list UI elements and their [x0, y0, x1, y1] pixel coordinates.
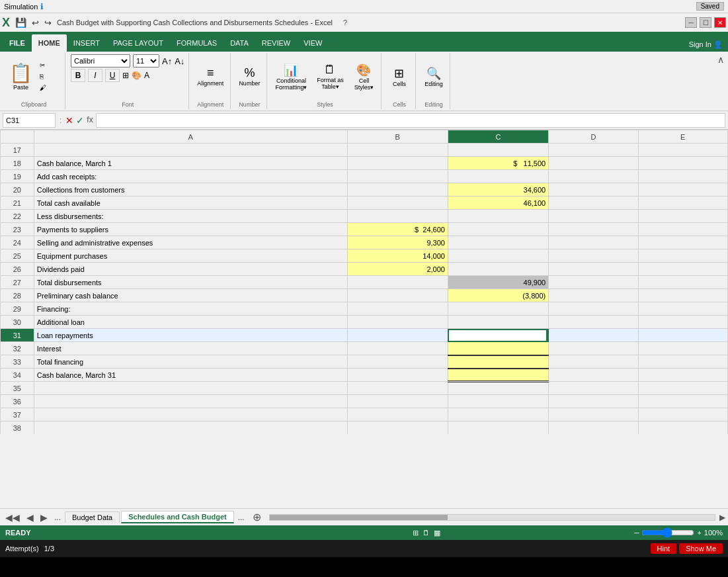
cell-c22[interactable] — [448, 210, 548, 223]
show-me-button[interactable]: Show Me — [679, 543, 723, 554]
sign-in-btn[interactable]: Sign In 👤 — [684, 38, 728, 52]
cell-reference-box[interactable]: C31 — [3, 113, 56, 128]
editing-btn[interactable]: 🔍 Editing — [422, 65, 446, 89]
cell-e23[interactable] — [638, 223, 727, 236]
sheet-nav-first[interactable]: ◀◀ — [3, 512, 22, 523]
cell-e27[interactable] — [638, 276, 727, 289]
cell-b25[interactable]: 14,000 — [347, 249, 448, 263]
fill-color-icon[interactable]: 🎨 — [132, 71, 142, 80]
cell-b31[interactable] — [347, 329, 448, 342]
cell-a23[interactable]: Payments to suppliers — [34, 223, 347, 236]
cell-e32[interactable] — [638, 342, 727, 355]
cell-e24[interactable] — [638, 236, 727, 249]
cell-c23[interactable] — [448, 223, 548, 236]
spreadsheet[interactable]: A B C D E 17 — [0, 130, 728, 434]
tab-data[interactable]: DATA — [223, 34, 255, 52]
confirm-formula-icon[interactable]: ✓ — [76, 115, 84, 126]
cell-c33[interactable] — [448, 355, 548, 369]
border-icon[interactable]: ⊞ — [122, 71, 129, 80]
cell-b27[interactable] — [347, 276, 448, 289]
cell-a25[interactable]: Equipment purchases — [34, 249, 347, 263]
cell-b20[interactable] — [347, 183, 448, 197]
tab-insert[interactable]: INSERT — [67, 34, 106, 52]
cell-c18[interactable]: $ 11,500 — [448, 157, 548, 170]
maximize-btn[interactable]: ☐ — [700, 17, 711, 28]
cell-d19[interactable] — [549, 170, 638, 183]
cell-e19[interactable] — [638, 170, 727, 183]
tab-page-layout[interactable]: PAGE LAYOUT — [106, 34, 170, 52]
format-as-table-btn[interactable]: 🗒 Format asTable▾ — [313, 62, 346, 91]
sheet-nav-prev[interactable]: ◀ — [24, 512, 36, 523]
cell-c27[interactable]: 49,900 — [448, 276, 548, 289]
cell-c24[interactable] — [448, 236, 548, 249]
cell-a26[interactable]: Dividends paid — [34, 263, 347, 276]
col-header-b[interactable]: B — [347, 130, 448, 144]
cell-a29[interactable]: Financing: — [34, 302, 347, 316]
cell-d17[interactable] — [549, 144, 638, 157]
tab-home[interactable]: HOME — [32, 34, 67, 52]
cell-a31[interactable]: Loan repayments — [34, 329, 347, 342]
cell-c28[interactable]: (3,800) — [448, 289, 548, 302]
zoom-in-icon[interactable]: + — [697, 529, 701, 537]
cell-b26[interactable]: 2,000 — [347, 263, 448, 276]
cell-a24[interactable]: Selling and administrative expenses — [34, 236, 347, 249]
cell-c34[interactable] — [448, 369, 548, 382]
scroll-right-icon[interactable]: ▶ — [719, 513, 725, 522]
cell-d34[interactable] — [549, 369, 638, 382]
increase-font-icon[interactable]: A↑ — [162, 56, 172, 66]
cell-b18[interactable] — [347, 157, 448, 170]
cell-a22[interactable]: Less disbursements: — [34, 210, 347, 223]
tab-file[interactable]: FILE — [3, 34, 32, 52]
minimize-btn[interactable]: ─ — [685, 17, 697, 28]
cell-d20[interactable] — [549, 183, 638, 197]
cell-e28[interactable] — [638, 289, 727, 302]
close-btn[interactable]: ✕ — [714, 17, 726, 28]
cell-a34[interactable]: Cash balance, March 31 — [34, 369, 347, 382]
cell-b32[interactable] — [347, 342, 448, 355]
cell-a32[interactable]: Interest — [34, 342, 347, 355]
cell-d32[interactable] — [549, 342, 638, 355]
col-header-d[interactable]: D — [549, 130, 638, 144]
cell-b29[interactable] — [347, 302, 448, 316]
cell-e18[interactable] — [638, 157, 727, 170]
cell-a30[interactable]: Additional loan — [34, 316, 347, 329]
cell-b28[interactable] — [347, 289, 448, 302]
cell-d24[interactable] — [549, 236, 638, 249]
collapse-ribbon-btn[interactable]: ∧ — [716, 53, 725, 66]
bold-btn[interactable]: B — [71, 69, 85, 82]
cell-d25[interactable] — [549, 249, 638, 263]
cell-e25[interactable] — [638, 249, 727, 263]
zoom-slider[interactable] — [641, 527, 694, 538]
cell-c20[interactable]: 34,600 — [448, 183, 548, 197]
alignment-btn[interactable]: ≡ Alignment — [194, 65, 226, 88]
cell-e22[interactable] — [638, 210, 727, 223]
tab-formulas[interactable]: FORMULAS — [170, 34, 223, 52]
sheet-tab-schedules[interactable]: Schedules and Cash Budget — [121, 511, 234, 523]
page-break-icon[interactable]: ▦ — [434, 529, 440, 537]
cell-d26[interactable] — [549, 263, 638, 276]
cell-e20[interactable] — [638, 183, 727, 197]
cell-a19[interactable]: Add cash receipts: — [34, 170, 347, 183]
number-btn[interactable]: % Number — [236, 65, 263, 88]
cells-btn[interactable]: ⊞ Cells — [387, 65, 411, 89]
cell-c19[interactable] — [448, 170, 548, 183]
col-header-e[interactable]: E — [638, 130, 727, 144]
format-painter-btn[interactable]: 🖌 — [37, 83, 61, 93]
tab-view[interactable]: VIEW — [297, 34, 329, 52]
col-header-c[interactable]: C — [448, 130, 548, 144]
insert-function-icon[interactable]: fx — [87, 115, 93, 126]
normal-view-icon[interactable]: ⊞ — [413, 529, 419, 537]
cell-a28[interactable]: Preliminary cash balance — [34, 289, 347, 302]
underline-btn[interactable]: U — [105, 69, 120, 82]
cell-b34[interactable] — [347, 369, 448, 382]
cell-b19[interactable] — [347, 170, 448, 183]
cell-a27[interactable]: Total disbursements — [34, 276, 347, 289]
cell-c21[interactable]: 46,100 — [448, 197, 548, 210]
page-layout-icon[interactable]: 🗒 — [423, 529, 430, 537]
sheet-tab-budget-data[interactable]: Budget Data — [65, 511, 120, 523]
sheet-nav-ellipsis[interactable]: ... — [52, 513, 63, 522]
cell-e21[interactable] — [638, 197, 727, 210]
cell-d22[interactable] — [549, 210, 638, 223]
cell-d28[interactable] — [549, 289, 638, 302]
cell-b17[interactable] — [347, 144, 448, 157]
